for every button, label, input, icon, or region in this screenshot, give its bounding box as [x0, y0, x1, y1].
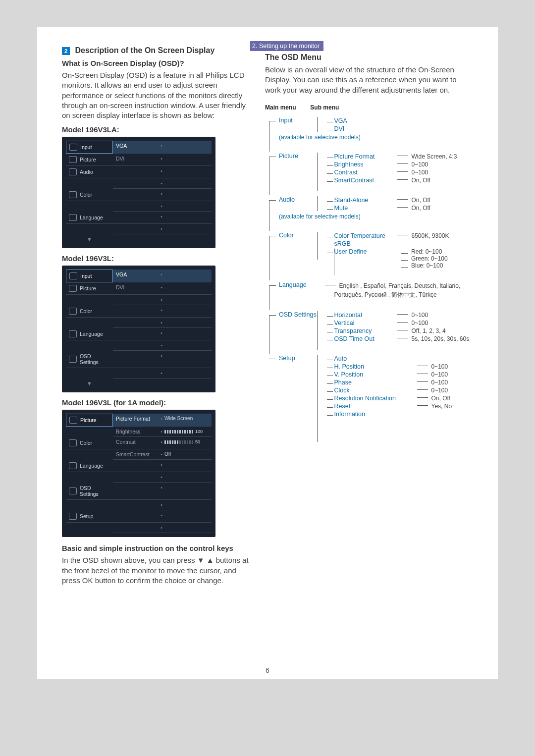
tree-headers: Main menu Sub menu: [265, 104, 473, 111]
color-icon: [69, 191, 77, 198]
tree-osd-settings: OSD Settings Horizontal0~100 Vertical0~1…: [265, 311, 473, 343]
osd-sub-dvi: DVI•: [113, 154, 212, 166]
tree-picture: Picture Picture FormatWide Screen, 4:3 B…: [265, 153, 473, 184]
setup-icon: [69, 513, 77, 520]
osd-menu-setup: Setup: [66, 510, 113, 523]
header-sub-menu: Sub menu: [310, 104, 339, 111]
osd-menu-color: Color: [66, 437, 113, 449]
section-title: Description of the On Screen Display: [75, 46, 214, 54]
paragraph: Below is an overall view of the structur…: [265, 65, 473, 95]
paragraph: In the OSD shown above, you can press ▼ …: [62, 555, 250, 586]
input-icon: [69, 272, 77, 279]
down-arrow-icon: ▼: [66, 234, 113, 244]
model-c-title: Model 196V3L (for 1A model):: [62, 398, 250, 407]
page-number: 6: [37, 666, 498, 674]
osd-menu-language: Language: [66, 212, 113, 224]
left-column: 2 Description of the On Screen Display W…: [62, 41, 250, 591]
osd-menu-audio: Audio: [66, 166, 113, 178]
color-icon: [69, 439, 77, 446]
section-tag: 2. Setting up the monitor: [250, 41, 323, 51]
osd-menu-picture: Picture: [66, 282, 113, 295]
header-main-menu: Main menu: [265, 104, 309, 111]
menu-tree: Input VGA DVI (available for selective m…: [265, 117, 473, 418]
osd-menu-language: Language: [66, 328, 113, 340]
osd-sub-vga: VGA•: [113, 141, 212, 154]
down-arrow-icon: ▼: [66, 378, 113, 388]
language-icon: [69, 214, 77, 221]
osd-settings-icon: [69, 487, 77, 494]
tree-language: Language English , Español, Français, De…: [265, 281, 473, 299]
tree-input: Input VGA DVI (available for selective m…: [265, 117, 473, 141]
osd-menu-input: Input: [66, 141, 113, 154]
osd-screenshot-b: Input VGA• Picture DVI• • Color• • Langu…: [62, 266, 215, 392]
tree-color: Color Color Temperature6500K, 9300K sRGB…: [265, 232, 473, 270]
osd-menu-osdsettings: OSD Settings: [66, 351, 113, 368]
picture-icon: [69, 285, 77, 292]
picture-icon: [69, 156, 77, 163]
audio-icon: [69, 168, 77, 175]
question-heading: What is On-Screen Display (OSD)?: [62, 59, 250, 67]
right-column: The OSD Menu Below is an overall view of…: [265, 51, 473, 430]
osd-menu-language: Language: [66, 460, 113, 472]
osd-menu-picture: Picture: [66, 414, 113, 427]
osd-menu-picture: Picture: [66, 154, 113, 166]
page: 2. Setting up the monitor 2 Description …: [37, 27, 498, 679]
color-icon: [69, 308, 77, 315]
language-icon: [69, 462, 77, 469]
osd-menu-color: Color: [66, 305, 113, 318]
basic-instruction-heading: Basic and simple instruction on the cont…: [62, 544, 250, 552]
osd-menu-heading: The OSD Menu: [265, 53, 473, 62]
osd-menu-input: Input: [66, 270, 113, 282]
tree-audio: Audio Stand-AloneOn, Off MuteOn, Off (av…: [265, 196, 473, 220]
osd-menu-color: Color: [66, 189, 113, 201]
section-heading: 2 Description of the On Screen Display: [62, 46, 250, 55]
osd-screenshot-a: Input VGA• Picture DVI• Audio• • Color• …: [62, 137, 215, 248]
tree-setup: Setup Auto H. Position0~100 V. Position0…: [265, 355, 473, 418]
input-icon: [69, 144, 77, 151]
paragraph: On-Screen Display (OSD) is a feature in …: [62, 70, 250, 120]
section-number-box: 2: [62, 47, 70, 55]
model-b-title: Model 196V3L:: [62, 254, 250, 263]
picture-icon: [69, 417, 77, 424]
osd-menu-osdsettings: OSD Settings: [66, 483, 113, 500]
model-a-title: Model 196V3LA:: [62, 125, 250, 134]
language-icon: [69, 330, 77, 337]
osd-settings-icon: [69, 356, 77, 363]
osd-screenshot-c: Picture Picture Format•Wide Screen Brigh…: [62, 410, 215, 537]
